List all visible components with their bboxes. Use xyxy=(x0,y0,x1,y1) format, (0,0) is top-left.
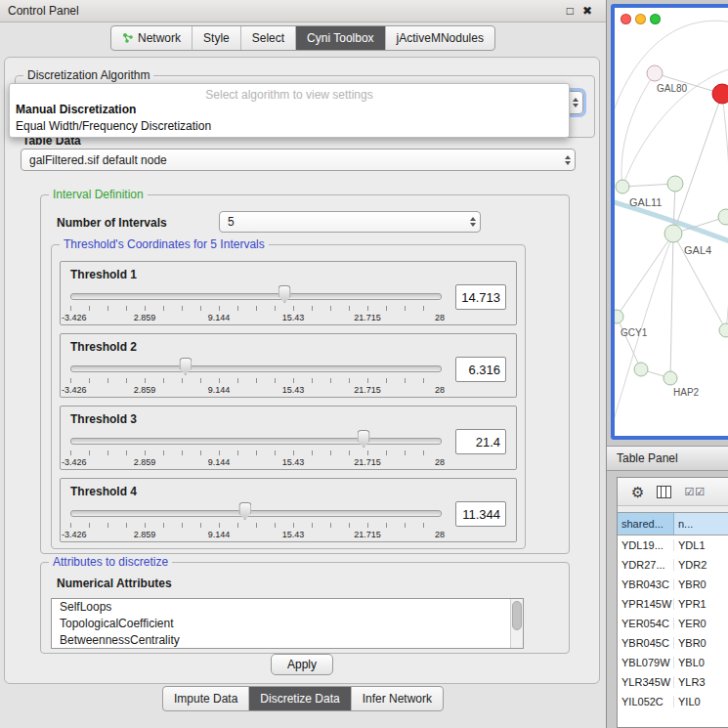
tab-jactivemnodules[interactable]: jActiveMNodules xyxy=(385,26,494,50)
minimize-traffic-light-icon[interactable] xyxy=(635,14,646,24)
tab-cyni-toolbox[interactable]: Cyni Toolbox xyxy=(295,26,384,50)
network-node[interactable] xyxy=(712,84,728,104)
column-header-name[interactable]: n... xyxy=(674,513,728,535)
algorithm-placeholder: Select algorithm to view settings xyxy=(10,84,569,102)
attribute-list-item[interactable]: SelfLoops xyxy=(52,599,511,616)
table-row[interactable]: YER054CYER0 xyxy=(618,614,728,633)
close-icon[interactable]: ✖ xyxy=(582,5,592,17)
float-window-icon[interactable]: □ xyxy=(567,5,574,17)
dropdown-option-equal-width-frequency[interactable]: Equal Width/Frequency Discretization xyxy=(10,118,569,135)
table-cell[interactable]: YPR145W xyxy=(618,598,674,610)
slider-thumb[interactable] xyxy=(179,358,192,375)
table-row[interactable]: YBR045CYBR0 xyxy=(618,633,728,653)
attribute-list-item[interactable]: BetweennessCentrality xyxy=(52,632,511,648)
table-row[interactable]: YDL19...YDL1 xyxy=(618,535,728,555)
tab-label: Style xyxy=(203,31,230,45)
bottom-tabbar: Impute Data Discretize Data Infer Networ… xyxy=(0,686,606,711)
table-cell[interactable]: YDR2 xyxy=(674,559,728,571)
network-edge xyxy=(621,73,655,187)
network-edge[interactable] xyxy=(670,234,673,378)
network-node[interactable] xyxy=(718,209,728,225)
network-node[interactable] xyxy=(664,371,677,385)
table-row[interactable]: YBL079WYBL0 xyxy=(618,653,728,672)
table-cell[interactable]: YIL052C xyxy=(618,696,674,707)
tab-style[interactable]: Style xyxy=(192,26,240,50)
slider-thumb[interactable] xyxy=(358,430,370,448)
table-cell[interactable]: YER0 xyxy=(674,618,728,629)
table-cell[interactable]: YBR0 xyxy=(674,578,728,590)
slider-scale-label: 21.715 xyxy=(354,313,381,322)
table-cell[interactable]: YLR3 xyxy=(674,676,728,688)
zoom-traffic-light-icon[interactable] xyxy=(650,14,661,24)
tab-select[interactable]: Select xyxy=(240,26,295,50)
apply-button[interactable]: Apply xyxy=(271,654,333,675)
table-row[interactable]: YBR043CYBR0 xyxy=(618,575,728,594)
table-cell[interactable]: YDL1 xyxy=(674,539,728,551)
threshold-2-label: Threshold 2 xyxy=(70,340,506,354)
tab-infer-network[interactable]: Infer Network xyxy=(351,687,443,710)
number-of-intervals-combobox[interactable]: 5 xyxy=(219,211,481,233)
columns-icon[interactable] xyxy=(657,486,671,498)
tab-network[interactable]: Network xyxy=(111,26,192,50)
network-edge[interactable] xyxy=(673,94,722,234)
stepper-icon xyxy=(470,217,476,227)
table-cell[interactable]: YPR1 xyxy=(674,598,728,610)
tab-discretize-data[interactable]: Discretize Data xyxy=(248,687,350,710)
list-scrollbar[interactable] xyxy=(510,599,523,648)
scrollbar-thumb[interactable] xyxy=(512,601,522,630)
table-cell[interactable]: YBL079W xyxy=(618,657,674,668)
table-cell[interactable]: YLR345W xyxy=(618,676,674,688)
network-node[interactable] xyxy=(615,310,623,323)
network-node[interactable] xyxy=(667,176,683,192)
network-node[interactable] xyxy=(616,180,629,193)
select-columns-checkboxes-icon[interactable]: ☑☑ xyxy=(684,487,706,497)
slider-scale-label: 2.859 xyxy=(134,313,156,322)
tab-impute-data[interactable]: Impute Data xyxy=(163,687,248,710)
group-title: Discretization Algorithm xyxy=(23,68,153,82)
network-node[interactable] xyxy=(647,65,663,81)
network-edge[interactable] xyxy=(617,234,673,317)
control-panel-titlebar[interactable]: Control Panel □ ✖ xyxy=(0,0,606,22)
table-cell[interactable]: YBR043C xyxy=(618,578,674,590)
table-row[interactable]: YDR27...YDR2 xyxy=(618,555,728,575)
slider-thumb[interactable] xyxy=(238,502,251,520)
table-cell[interactable]: YER054C xyxy=(618,618,674,629)
slider-track[interactable] xyxy=(70,365,442,372)
table-cell[interactable]: YIL0 xyxy=(674,696,728,707)
table-data-combobox[interactable]: galFiltered.sif default node xyxy=(21,149,576,171)
table-row[interactable]: YIL052CYIL0 xyxy=(618,692,728,711)
slider-scale: -3.4262.8599.14415.4321.71528 xyxy=(70,530,442,540)
close-traffic-light-icon[interactable] xyxy=(621,14,631,24)
table-row[interactable]: YPR145WYPR1 xyxy=(618,594,728,614)
slider-track[interactable] xyxy=(70,510,442,517)
slider-track[interactable] xyxy=(70,438,442,445)
threshold-4-value-input[interactable] xyxy=(455,501,506,527)
table-cell[interactable]: YBR0 xyxy=(674,637,728,649)
control-panel-title: Control Panel xyxy=(0,4,79,18)
network-canvas[interactable]: GAL80GAL11GAL4GCY1HAP2 xyxy=(615,8,728,436)
slider-scale: -3.4262.8599.14415.4321.71528 xyxy=(70,313,442,323)
settings-gear-icon[interactable]: ⚙ xyxy=(631,485,644,499)
table-cell[interactable]: YDR27... xyxy=(618,559,674,571)
slider-thumb[interactable] xyxy=(278,285,291,303)
network-node[interactable] xyxy=(634,363,648,376)
threshold-1-value-input[interactable] xyxy=(455,284,506,310)
column-header-shared-name[interactable]: shared... xyxy=(618,513,674,535)
tab-label: Select xyxy=(252,31,284,45)
table-panel-header[interactable]: Table Panel xyxy=(607,446,728,471)
slider-track[interactable] xyxy=(70,293,442,300)
numerical-attributes-list[interactable]: SelfLoopsTopologicalCoefficientBetweenne… xyxy=(51,598,524,649)
dropdown-option-manual-discretization[interactable]: Manual Discretization xyxy=(10,102,569,118)
table-row[interactable]: YLR345WYLR3 xyxy=(618,672,728,692)
threshold-2-value-input[interactable] xyxy=(455,357,506,382)
threshold-3-row: Threshold 3 -3.4262.8599.14415.4321.7152… xyxy=(60,406,517,470)
threshold-4-slider: -3.4262.8599.14415.4321.71528 xyxy=(70,500,442,543)
table-cell[interactable]: YBR045C xyxy=(618,637,674,649)
table-cell[interactable]: YBL0 xyxy=(674,657,728,668)
threshold-3-value-input[interactable] xyxy=(455,429,506,454)
network-node[interactable] xyxy=(719,323,728,337)
slider-scale-label: 28 xyxy=(435,385,445,395)
network-node[interactable] xyxy=(664,225,682,242)
table-cell[interactable]: YDL19... xyxy=(618,539,674,551)
attribute-list-item[interactable]: TopologicalCoefficient xyxy=(52,616,511,632)
